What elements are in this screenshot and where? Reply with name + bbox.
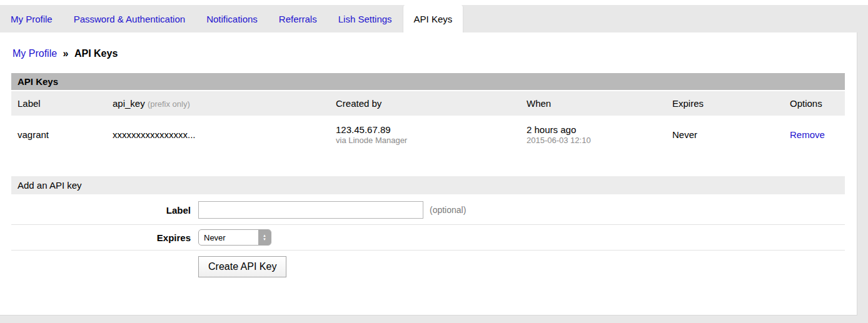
expires-field-row: Expires Never ▲ ▼ — [11, 225, 845, 251]
col-api-key-note: (prefix only) — [148, 99, 190, 109]
key-label-cell: vagrant — [11, 116, 106, 154]
create-api-key-button[interactable]: Create API Key — [198, 256, 286, 277]
label-field-label: Label — [11, 205, 191, 216]
expires-select[interactable]: Never — [198, 229, 271, 246]
breadcrumb: My Profile » API Keys — [13, 48, 845, 59]
top-strip — [0, 0, 868, 5]
tab-my-profile[interactable]: My Profile — [0, 5, 63, 32]
api-keys-section: API Keys Label api_key (prefix only) Cre… — [11, 73, 845, 154]
col-when: When — [520, 91, 666, 116]
when-timestamp: 2015-06-03 12:10 — [527, 136, 660, 145]
submit-row: Create API Key — [11, 251, 845, 283]
expires-cell: Never — [666, 116, 784, 154]
created-by-cell: 123.45.67.89 via Linode Manager — [330, 116, 520, 154]
expires-field-label: Expires — [11, 232, 191, 243]
table-row: vagrant xxxxxxxxxxxxxxxx... 123.45.67.89… — [11, 116, 845, 154]
breadcrumb-separator: » — [63, 48, 69, 59]
created-by-ip: 123.45.67.89 — [336, 124, 514, 135]
created-by-via: via Linode Manager — [336, 136, 514, 145]
label-input[interactable] — [198, 201, 423, 219]
key-masked-cell: xxxxxxxxxxxxxxxx... — [106, 116, 330, 154]
options-cell: Remove — [784, 116, 845, 154]
add-api-key-section: Add an API key Label (optional) Expires … — [11, 176, 845, 283]
breadcrumb-my-profile-link[interactable]: My Profile — [13, 48, 57, 59]
expires-select-wrap: Never ▲ ▼ — [198, 229, 271, 246]
tab-lish-settings[interactable]: Lish Settings — [328, 5, 403, 32]
tab-referrals[interactable]: Referrals — [268, 5, 328, 32]
profile-tab-bar: My Profile Password & Authentication Not… — [0, 5, 868, 32]
add-api-key-section-title: Add an API key — [11, 176, 845, 194]
tab-notifications[interactable]: Notifications — [196, 5, 268, 32]
optional-note: (optional) — [430, 205, 466, 215]
col-created-by: Created by — [330, 91, 520, 116]
col-api-key-name: api_key — [113, 98, 145, 109]
api-keys-table-title: API Keys — [11, 73, 845, 90]
tab-api-keys[interactable]: API Keys — [403, 5, 464, 32]
col-api-key: api_key (prefix only) — [106, 91, 330, 116]
when-cell: 2 hours ago 2015-06-03 12:10 — [520, 116, 666, 154]
col-label: Label — [11, 91, 106, 116]
table-header-row: Label api_key (prefix only) Created by W… — [11, 91, 845, 116]
breadcrumb-current-page: API Keys — [74, 48, 118, 59]
tab-password-authentication[interactable]: Password & Authentication — [63, 5, 196, 32]
col-options: Options — [784, 91, 845, 116]
api-keys-table: Label api_key (prefix only) Created by W… — [11, 91, 845, 154]
when-relative: 2 hours ago — [527, 124, 660, 135]
content-panel: My Profile » API Keys API Keys Label api… — [0, 32, 857, 316]
remove-key-link[interactable]: Remove — [790, 129, 825, 140]
label-field-row: Label (optional) — [11, 196, 845, 225]
col-expires: Expires — [666, 91, 784, 116]
